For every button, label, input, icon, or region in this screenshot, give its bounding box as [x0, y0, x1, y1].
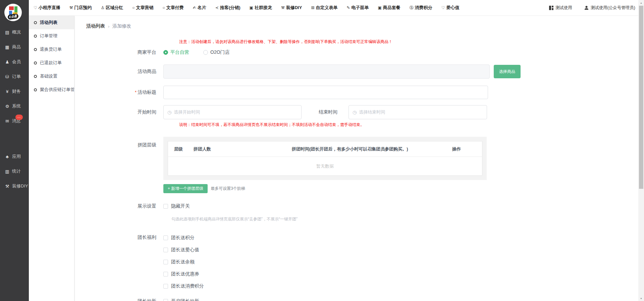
display-settings-label: 展示设置 — [74, 203, 163, 209]
form-warning-text: 注意：活动创建后，请勿对该商品进行修改规格、下架、删除等操作，否则影响下单购买，… — [179, 39, 638, 45]
benefit-balance-checkbox[interactable]: 团长送余额 — [163, 259, 204, 265]
submenu-activity-list[interactable]: 活动列表 — [29, 16, 74, 29]
merchant-platform-options: 平台自营 O2O门店 — [163, 49, 230, 55]
checkbox-label: 团长送积分 — [171, 235, 195, 241]
topnav-e-waybill[interactable]: ✎ 电子面单 — [346, 5, 369, 11]
activity-goods-label: 活动商品 — [74, 69, 163, 75]
radio-unselected-icon[interactable] — [203, 50, 208, 55]
checkbox-icon[interactable] — [163, 235, 168, 240]
radio-label: 平台自营 — [170, 49, 189, 55]
topnav-article-marketing[interactable]: ○ 文章营销 — [132, 5, 153, 11]
radio-o2o-store[interactable]: O2O门店 — [203, 49, 230, 55]
leader-benefits-label: 团长福利 — [74, 234, 163, 241]
radio-platform-self[interactable]: 平台自营 — [163, 49, 189, 55]
leader-recruit-checkbox[interactable]: 开启团长拉新 — [163, 298, 199, 301]
topnav-label: 爱心值 — [446, 5, 460, 11]
benefit-points-checkbox[interactable]: 团长送积分 — [163, 234, 204, 241]
submenu-return-orders[interactable]: 退换货订单 — [29, 43, 74, 56]
sidebar-item-messages[interactable]: ✉ 消息 ... — [0, 114, 29, 128]
checkbox-icon[interactable] — [163, 248, 168, 252]
col-actions: 操作 — [452, 146, 482, 152]
sidebar-item-apps[interactable]: ♣ 应用 — [0, 149, 29, 164]
topnav-article-pay[interactable]: ○ 文章付费 — [163, 5, 184, 11]
leader-recruit-row: 团长拉新 开启团长拉新 — [74, 298, 638, 301]
benefit-coupon-checkbox[interactable]: 团长送优惠券 — [163, 271, 204, 277]
points-icon: Ⓢ — [410, 5, 414, 11]
circle-icon: ○ — [132, 5, 135, 10]
table-header-row: 层级 拼团人数 拼团时间(团长开团后，有多少小时可以召集团员参团购买。) 操作 — [168, 141, 482, 157]
checkbox-icon[interactable] — [163, 260, 168, 264]
topnav-diy[interactable]: ⚒ 装修DIY — [281, 5, 302, 11]
submenu-label: 基础设置 — [40, 73, 57, 79]
end-time-input[interactable]: ◷ 选择结束时间 — [348, 105, 487, 119]
col-group-time: 拼团时间(团长开团后，有多少小时可以召集团员参团购买。) — [292, 146, 452, 152]
topnav-custom-form[interactable]: ⊞ 自定义表单 — [311, 5, 337, 11]
submenu-refunded-orders[interactable]: 已退款订单 — [29, 56, 74, 70]
checkbox-icon[interactable] — [163, 204, 168, 209]
cart-icon: ⛁ — [4, 74, 10, 79]
account-menu[interactable]: 测试使用(公众号管理员) — [584, 5, 635, 11]
sidebar-item-overview[interactable]: ▤ 概况 — [0, 25, 29, 40]
benefit-consume-points-checkbox[interactable]: 团长送消费积分 — [163, 283, 204, 290]
circle-icon — [34, 48, 37, 51]
sidebar-item-stats[interactable]: ▥ 统计 — [0, 164, 29, 179]
activity-title-input[interactable] — [163, 86, 488, 99]
activity-goods-input[interactable] — [163, 64, 490, 79]
topnav-love-value[interactable]: ♡ 爱心值 — [441, 5, 460, 11]
clock-icon: ◷ — [167, 110, 171, 115]
topnav-consume-points[interactable]: Ⓢ 消费积分 — [410, 5, 432, 11]
message-count-badge: ... — [15, 115, 23, 120]
merchant-platform-label: 商家平台 — [74, 49, 163, 55]
breadcrumb: 活动列表 › 添加修改 — [74, 16, 638, 29]
breadcrumb-root[interactable]: 活动列表 — [86, 23, 105, 29]
sidebar-item-goods[interactable]: ▦ 商品 — [0, 40, 29, 54]
top-bar: ♡ 小程序直播 ⚒ 门店预约 ♙ 区域分红 ○ 文章营销 ○ 文章付费 ✍ 名片… — [29, 0, 644, 16]
checkbox-icon[interactable] — [163, 299, 168, 301]
select-goods-button[interactable]: 选择商品 — [494, 65, 521, 78]
hide-switch-checkbox[interactable]: 隐藏开关 — [163, 203, 190, 209]
topnav-live[interactable]: ♡ 小程序直播 — [34, 5, 60, 11]
col-level: 层级 — [168, 146, 194, 152]
topnav-goods-package[interactable]: ▣ 商品套餐 — [378, 5, 400, 11]
topnav-label: 小程序直播 — [39, 5, 60, 11]
checkbox-label: 隐藏开关 — [171, 203, 190, 209]
sidebar-item-members[interactable]: ♟ 会员 — [0, 54, 29, 69]
submenu-order-management[interactable]: 订单管理 — [29, 29, 74, 43]
checkbox-label: 团长送消费积分 — [171, 283, 204, 289]
edit-icon: ✎ — [346, 5, 350, 10]
sidebar-item-system[interactable]: ⚙ 系统 — [0, 99, 29, 114]
submenu-basic-settings[interactable]: 基础设置 — [29, 70, 74, 83]
time-note-text: 说明：结束时间可不填，若不填商品详情页也不展示结束时间；不填则活动不会自动结束，… — [179, 122, 638, 128]
submenu-label: 聚合供应链订单管 — [40, 87, 74, 93]
add-level-button[interactable]: + 新增一个拼团层级 — [163, 184, 208, 193]
scroll-up-arrow[interactable]: ▲ — [638, 0, 644, 5]
brand-name: E企盈 — [7, 13, 19, 20]
sidebar-item-finance[interactable]: ¥ 财务 — [0, 84, 29, 99]
brand-logo[interactable]: E企盈 — [4, 4, 22, 21]
topnav-group-chain[interactable]: ▣ 社群接龙 — [250, 5, 272, 11]
scrollbar-thumb[interactable] — [639, 6, 643, 189]
scroll-down-arrow[interactable]: ▼ — [638, 296, 644, 301]
breadcrumb-current: 添加修改 — [112, 23, 131, 29]
time-row: 开始时间 ◷ 选择开始时间 结束时间 ◷ 选择结束时间 — [74, 105, 638, 119]
members-icon: ♟ — [4, 59, 10, 64]
topnav-distribution[interactable]: ≺ 推客(分销) — [215, 5, 240, 11]
topnav-business-card[interactable]: ✍ 名片 — [193, 5, 206, 11]
topnav-store-booking[interactable]: ⚒ 门店预约 — [69, 5, 92, 11]
test-use-button[interactable]: 测试使用 — [549, 5, 572, 11]
group-levels-table: 层级 拼团人数 拼团时间(团长开团后，有多少小时可以召集团员参团购买。) 操作 … — [168, 141, 482, 176]
benefit-love-value-checkbox[interactable]: 团长送爱心值 — [163, 247, 204, 253]
sidebar-item-label: 财务 — [12, 88, 21, 94]
submenu-supply-chain-orders[interactable]: 聚合供应链订单管 — [29, 83, 74, 96]
checkbox-icon[interactable] — [163, 272, 168, 276]
sidebar-item-orders[interactable]: ⛁ 订单 — [0, 69, 29, 84]
topnav-region-bonus[interactable]: ♙ 区域分红 — [101, 5, 123, 11]
circle-icon — [34, 75, 37, 78]
start-time-input[interactable]: ◷ 选择开始时间 — [163, 105, 302, 119]
empty-data-text: 暂无数据 — [168, 157, 482, 175]
radio-selected-icon[interactable] — [163, 50, 168, 55]
logo-square-red — [9, 6, 14, 10]
activity-goods-row: 活动商品 选择商品 — [74, 64, 638, 79]
sidebar-item-diy[interactable]: ⚒ 装修DIY — [0, 179, 29, 194]
checkbox-icon[interactable] — [163, 284, 168, 289]
